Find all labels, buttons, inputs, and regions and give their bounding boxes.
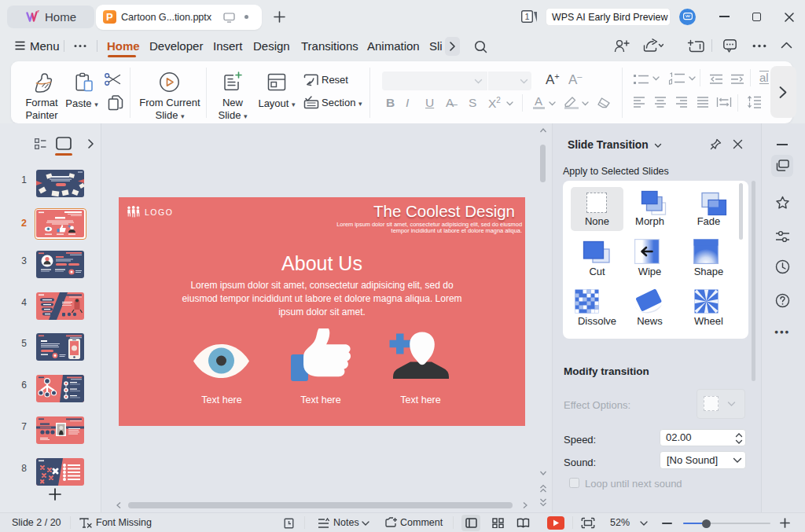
svg-text:1: 1 (524, 12, 529, 21)
